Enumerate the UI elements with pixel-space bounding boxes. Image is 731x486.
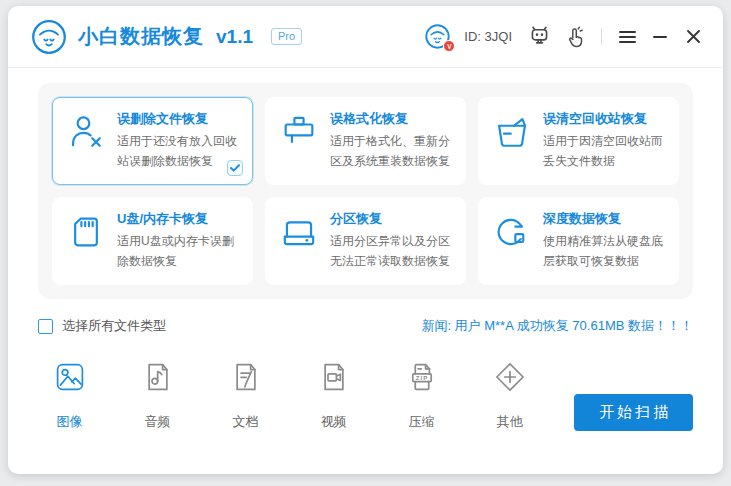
- card-format-recovery[interactable]: 误格式化恢复 适用于格式化、重新分区及系统重装数据恢复: [265, 97, 466, 185]
- type-item-document[interactable]: 文档: [222, 360, 269, 431]
- type-label: 音频: [145, 413, 171, 431]
- select-all-label: 选择所有文件类型: [62, 317, 166, 335]
- other-plus-icon: [493, 360, 527, 394]
- card-deleted-file-recovery[interactable]: 误删除文件恢复 适用于还没有放入回收站误删除数据恢复: [52, 97, 253, 185]
- zip-icon-text: ZIP: [415, 375, 428, 381]
- title-bar: 小白数据恢复 v1.1 Pro V ID: 3JQI: [8, 6, 723, 68]
- type-label: 视频: [321, 413, 347, 431]
- file-types-row: 图像 音频 文档: [46, 360, 693, 431]
- card-title: 分区恢复: [330, 210, 457, 228]
- app-title: 小白数据恢复: [78, 23, 204, 50]
- card-checkbox-checked[interactable]: [227, 160, 243, 176]
- type-label: 其他: [497, 413, 523, 431]
- zip-file-icon: ZIP: [405, 360, 439, 394]
- close-button[interactable]: [683, 27, 703, 47]
- format-brush-icon: [277, 109, 321, 173]
- card-description: 适用于因清空回收站而丢失文件数据: [543, 131, 670, 171]
- minimize-button[interactable]: [650, 27, 670, 47]
- select-all-file-types[interactable]: 选择所有文件类型: [38, 317, 166, 335]
- app-window: 小白数据恢复 v1.1 Pro V ID: 3JQI: [8, 6, 723, 474]
- filter-row: 选择所有文件类型 新闻: 用户 M**A 成功恢复 70.61MB 数据！！！: [38, 317, 693, 335]
- user-x-icon: [64, 109, 108, 173]
- card-title: 深度数据恢复: [543, 210, 670, 228]
- card-title: 误删除文件恢复: [117, 110, 244, 128]
- empty-recycle-bin-icon: [490, 109, 534, 173]
- title-bar-controls: V ID: 3JQI: [424, 23, 703, 50]
- card-description: 适用分区异常以及分区无法正常读取数据恢复: [330, 231, 457, 271]
- card-usb-sd-recovery[interactable]: U盘/内存卡恢复 适用U盘或内存卡误删除数据恢复: [52, 197, 253, 285]
- hard-drive-icon: [277, 209, 321, 273]
- card-description: 适用于还没有放入回收站误删除数据恢复: [117, 131, 244, 171]
- robot-assistant-icon[interactable]: [528, 25, 551, 48]
- divider: [601, 28, 602, 45]
- app-version: v1.1: [216, 26, 253, 48]
- user-avatar[interactable]: V: [424, 23, 451, 50]
- tap-hand-icon[interactable]: [564, 26, 586, 48]
- card-title: U盘/内存卡恢复: [117, 210, 244, 228]
- card-partition-recovery[interactable]: 分区恢复 适用分区异常以及分区无法正常读取数据恢复: [265, 197, 466, 285]
- card-title: 误清空回收站恢复: [543, 110, 670, 128]
- type-item-audio[interactable]: 音频: [134, 360, 181, 431]
- card-description: 适用于格式化、重新分区及系统重装数据恢复: [330, 131, 457, 171]
- sd-card-icon: [64, 209, 108, 273]
- type-item-other[interactable]: 其他: [486, 360, 533, 431]
- recovery-modes-panel: 误删除文件恢复 适用于还没有放入回收站误删除数据恢复 误格式化恢复 适用于格式化…: [38, 83, 693, 299]
- card-deep-recovery[interactable]: 深度数据恢复 使用精准算法从硬盘底层获取可恢复数据: [478, 197, 679, 285]
- news-ticker: 新闻: 用户 M**A 成功恢复 70.61MB 数据！！！: [421, 317, 693, 335]
- user-id-label: ID: 3JQI: [464, 29, 512, 44]
- card-description: 使用精准算法从硬盘底层获取可恢复数据: [543, 231, 670, 271]
- menu-button[interactable]: [617, 27, 637, 47]
- type-item-video[interactable]: 视频: [310, 360, 357, 431]
- type-label: 文档: [233, 413, 259, 431]
- select-all-checkbox[interactable]: [38, 319, 53, 334]
- card-title: 误格式化恢复: [330, 110, 457, 128]
- type-item-zip[interactable]: ZIP 压缩: [398, 360, 445, 431]
- app-logo-mascot-icon: [30, 18, 68, 56]
- app-branding: 小白数据恢复 v1.1 Pro: [30, 18, 302, 56]
- pro-badge: Pro: [271, 28, 302, 45]
- video-file-icon: [317, 360, 351, 394]
- image-icon: [53, 360, 87, 394]
- start-scan-button[interactable]: 开始扫描: [574, 394, 693, 431]
- card-recycle-bin-recovery[interactable]: 误清空回收站恢复 适用于因清空回收站而丢失文件数据: [478, 97, 679, 185]
- notification-badge: V: [443, 40, 455, 52]
- audio-file-icon: [141, 360, 175, 394]
- type-label: 图像: [57, 413, 83, 431]
- document-file-icon: [229, 360, 263, 394]
- card-description: 适用U盘或内存卡误删除数据恢复: [117, 231, 244, 271]
- deep-scan-icon: [490, 209, 534, 273]
- type-label: 压缩: [409, 413, 435, 431]
- type-item-image[interactable]: 图像: [46, 360, 93, 431]
